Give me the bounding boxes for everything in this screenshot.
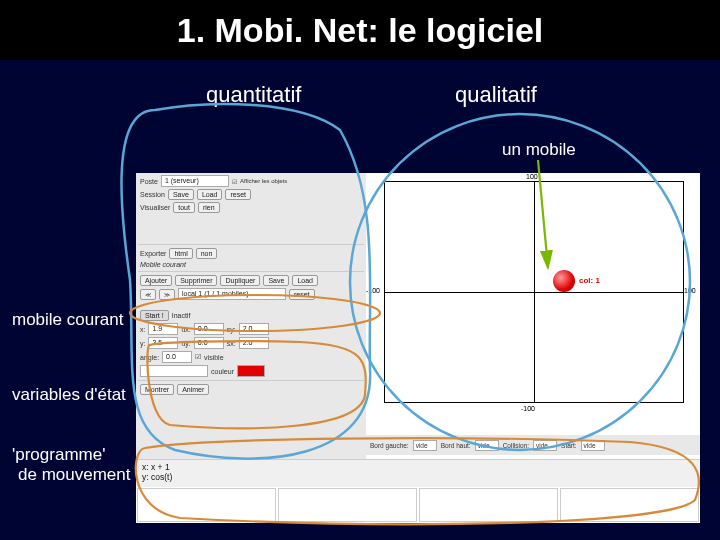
load-mobile-button[interactable]: Load: [292, 275, 318, 286]
visible-label: visible: [204, 354, 223, 361]
code-cell[interactable]: [560, 488, 699, 522]
var-x-field[interactable]: 1.9: [148, 323, 178, 335]
afficher-label: Afficher les objets: [240, 178, 287, 184]
page-title: 1. Mobi. Net: le logiciel: [0, 0, 720, 60]
tick-right: 100: [684, 287, 696, 294]
code-bar[interactable]: x: x + 1 y: cos(t): [136, 459, 700, 487]
inactif-label: Inactif: [172, 312, 191, 319]
start-field[interactable]: vide: [581, 440, 605, 451]
supprimer-button[interactable]: Supprimer: [175, 275, 217, 286]
code-line-2: y: cos(t): [142, 472, 694, 482]
tout-button[interactable]: tout: [173, 202, 195, 213]
var-sy-field[interactable]: 2.0: [239, 323, 269, 335]
var-angle-field[interactable]: 0.0: [162, 351, 192, 363]
mobile-tag: col: 1: [579, 276, 600, 285]
load-button[interactable]: Load: [197, 189, 223, 200]
mobile-select-field[interactable]: local 1 (1 / 1 mobiles): [178, 288, 286, 300]
rien-button[interactable]: rien: [198, 202, 220, 213]
tick-left: -100: [366, 287, 380, 294]
var-sy-label: sy:: [227, 326, 236, 333]
collision-label: Collision:: [503, 442, 529, 449]
start-label: Start:: [561, 442, 577, 449]
var-sx-field[interactable]: 2.0: [239, 337, 269, 349]
code-line-1: x: x + 1: [142, 462, 694, 472]
couleur-label: couleur: [211, 368, 234, 375]
app-screenshot: Poste 1 (serveur) ☑ Afficher les objets …: [136, 173, 700, 523]
var-x-label: x:: [140, 326, 145, 333]
plot-area: col: 1: [384, 181, 684, 403]
icon-select[interactable]: [140, 365, 208, 377]
non-button[interactable]: non: [196, 248, 218, 259]
poste-label: Poste: [140, 178, 158, 185]
collision-field[interactable]: vide: [533, 440, 557, 451]
start-button[interactable]: Start !: [140, 310, 169, 321]
animer-button[interactable]: Animer: [177, 384, 209, 395]
bord-haut-field[interactable]: vide: [475, 440, 499, 451]
var-angle-label: angle:: [140, 354, 159, 361]
mobile-dot: [553, 270, 575, 292]
save-mobile-button[interactable]: Save: [263, 275, 289, 286]
bord-gauche-field[interactable]: vide: [413, 440, 437, 451]
reset-button[interactable]: reset: [225, 189, 251, 200]
ajouter-button[interactable]: Ajouter: [140, 275, 172, 286]
code-grid: [136, 487, 700, 523]
code-cell[interactable]: [419, 488, 558, 522]
label-programme: 'programme': [12, 445, 105, 465]
var-dx-field[interactable]: 0.0: [194, 323, 224, 335]
var-sx-label: sx:: [227, 340, 236, 347]
save-button[interactable]: Save: [168, 189, 194, 200]
session-label: Session: [140, 191, 165, 198]
exporter-label: Exporter: [140, 250, 166, 257]
html-button[interactable]: html: [169, 248, 192, 259]
var-dy-label: dy:: [181, 340, 190, 347]
code-cell[interactable]: [137, 488, 276, 522]
tick-top: 100: [526, 173, 538, 180]
label-variables-detat: variables d'état: [12, 385, 126, 405]
props-row: Bord gauche: vide Bord haut: vide Collis…: [366, 435, 700, 455]
simulation-area: col: 1 -100 100 -100 100: [366, 173, 700, 429]
code-cell[interactable]: [278, 488, 417, 522]
label-un-mobile: un mobile: [502, 140, 576, 160]
mobile-courant-label: Mobile courant: [140, 261, 186, 268]
axis-y: [534, 182, 535, 402]
label-mobile-courant: mobile courant: [12, 310, 124, 330]
colour-swatch[interactable]: [237, 365, 265, 377]
label-de-mouvement: de mouvement: [18, 465, 130, 485]
bord-haut-label: Bord haut:: [441, 442, 471, 449]
label-quantitatif: quantitatif: [206, 82, 301, 108]
label-qualitatif: qualitatif: [455, 82, 537, 108]
var-y-label: y:: [140, 340, 145, 347]
bord-gauche-label: Bord gauche:: [370, 442, 409, 449]
var-dy-field[interactable]: 0.0: [194, 337, 224, 349]
poste-field[interactable]: 1 (serveur): [161, 175, 229, 187]
var-dx-label: dx:: [181, 326, 190, 333]
var-y-field[interactable]: 3.5: [148, 337, 178, 349]
reset-mobile-button[interactable]: reset: [289, 289, 315, 300]
visualiser-label: Visualiser: [140, 204, 170, 211]
tick-bottom: -100: [521, 405, 535, 412]
montrer-button[interactable]: Montrer: [140, 384, 174, 395]
dupliquer-button[interactable]: Dupliquer: [220, 275, 260, 286]
